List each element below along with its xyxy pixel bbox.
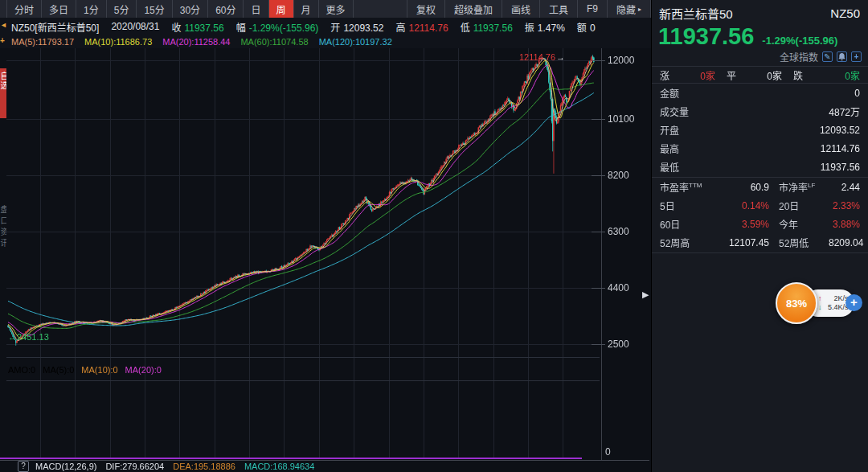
tab-15min[interactable]: 15分: [137, 0, 172, 18]
left-red-tab[interactable]: 自选: [0, 68, 6, 118]
amount-label: 额: [577, 23, 587, 34]
symbol-name: NZ50[新西兰标普50]: [11, 20, 99, 34]
close-label: 收: [171, 23, 181, 34]
high-row-value: 12114.76: [821, 143, 860, 154]
perf-ytd-label: 今年: [769, 217, 829, 231]
quote-info-bar: NZ50[新西兰标普50] 2020/08/31 收11937.56 幅-1.2…: [0, 18, 651, 35]
price-change: -1.29%(-155.96): [762, 35, 837, 47]
amplitude-field: 振1.47%: [525, 20, 565, 34]
globe-row: 全球指数 ✎ +: [652, 50, 868, 66]
tool-overlay[interactable]: 超级叠加: [445, 0, 502, 18]
high-label: 高: [395, 23, 405, 34]
amount-row-value: 0: [854, 88, 860, 99]
low-row: 最低11937.56: [652, 158, 868, 176]
perf-5d-20d-row: 5日 0.14% 20日 2.33%: [652, 196, 868, 215]
tab-1min[interactable]: 1分: [76, 0, 107, 18]
pb-value: 2.44: [829, 182, 860, 193]
up-arrow-icon: ↑: [818, 294, 822, 303]
main-chart-canvas[interactable]: [6, 48, 600, 458]
axis-label-8200: 8200: [608, 170, 629, 181]
week52-low-value: 8209.04: [829, 237, 863, 248]
tab-30min[interactable]: 30分: [173, 0, 208, 18]
volume-row-label: 成交量: [660, 105, 689, 118]
week52-high-value: 12107.45: [713, 237, 769, 248]
perf-60d-label: 60日: [660, 217, 713, 231]
macd-dea: DEA:195.18886: [173, 462, 235, 471]
tool-f9[interactable]: F9: [578, 0, 608, 18]
tab-more[interactable]: 更多: [319, 0, 354, 18]
tab-5min[interactable]: 5分: [107, 0, 137, 18]
download-speed: 5.4K/s: [825, 303, 849, 312]
axis-label-10100: 10100: [608, 113, 634, 125]
amplitude-value: 1.47%: [538, 23, 565, 34]
tool-adjust[interactable]: 复权: [407, 0, 445, 18]
alert-bell-icon[interactable]: [837, 51, 847, 62]
add-task-button[interactable]: +: [845, 294, 862, 311]
close-value: 11937.56: [184, 23, 223, 34]
amo-legend-bar: AMO:0 MA(5):0 MA(10):0 MA(20):0: [8, 361, 169, 378]
amo-ma10: MA(10):0: [81, 365, 117, 375]
pb-label: 市净率LF: [769, 180, 829, 194]
tab-weekly[interactable]: 周: [269, 0, 294, 18]
low-label: 低: [461, 23, 470, 34]
volume-row-value: 4872万: [829, 105, 860, 118]
perf-60d-ytd-row: 60日 3.59% 今年 3.88%: [652, 215, 868, 233]
decliners-label: 跌: [793, 68, 803, 82]
tab-monthly[interactable]: 月: [294, 0, 319, 18]
low-row-label: 最低: [660, 160, 679, 174]
high-field: 高12114.76: [395, 20, 448, 34]
high-annotation: 12114.76→: [519, 52, 565, 62]
panel-collapse-arrow-icon[interactable]: ▶: [642, 289, 649, 300]
globe-label[interactable]: 全球指数: [780, 50, 818, 64]
advance-decline-row: 涨0家 平0家 跌0家: [652, 66, 868, 84]
left-edge-strip: 自选 盘口资讯: [0, 48, 6, 461]
amo-ma5: MA(5):0: [43, 365, 74, 375]
panel-divider: [652, 252, 868, 253]
change-field: 幅-1.29%(-155.96): [236, 20, 319, 34]
add-icon[interactable]: +: [851, 51, 862, 62]
tool-drawline[interactable]: 画线: [502, 0, 540, 18]
high-annotation-arrow-icon: →: [556, 52, 565, 62]
tool-toolbox[interactable]: 工具: [540, 0, 578, 18]
amount-field: 额0: [577, 20, 596, 34]
axis-label-2500: 2500: [608, 339, 629, 350]
period-tabs: 分时 多日 1分 5分 15分 30分 60分 日 周 月 更多: [6, 0, 354, 18]
edit-icon[interactable]: ✎: [822, 51, 833, 62]
macd-value: MACD:168.94634: [244, 462, 314, 471]
open-field: 开12093.52: [330, 20, 383, 34]
tool-hide[interactable]: 隐藏▸: [608, 0, 651, 18]
amo-baseline: [0, 458, 582, 459]
left-dim-menu: 盘口资讯: [0, 205, 6, 398]
panel-code: NZ50: [830, 6, 860, 20]
perf-20d-label: 20日: [769, 199, 829, 212]
low-annotation: ←2451.13: [8, 332, 49, 342]
period-toolbar: 分时 多日 1分 5分 15分 30分 60分 日 周 月 更多 复权 超级叠加…: [0, 0, 651, 18]
trading-terminal-window: 分时 多日 1分 5分 15分 30分 60分 日 周 月 更多 复权 超级叠加…: [0, 0, 868, 472]
unchanged-value: 0家: [767, 68, 782, 82]
ma120-legend: MA(120):10197.32: [319, 37, 392, 47]
decliners-value: 0家: [845, 68, 860, 82]
price-bar: 11937.56 -1.29%(-155.96): [652, 22, 868, 50]
macd-title[interactable]: MACD(12,26,9): [35, 462, 96, 471]
open-row-label: 开盘: [660, 123, 679, 137]
amo-ma20: MA(20):0: [125, 365, 162, 375]
advancers: 涨0家: [660, 68, 727, 82]
amplitude-label: 振: [525, 23, 534, 34]
pe-pb-row: 市盈率TTM 60.9 市净率LF 2.44: [652, 178, 868, 196]
progress-badge[interactable]: 83%: [776, 282, 817, 324]
tab-60min[interactable]: 60分: [208, 0, 244, 18]
amo-axis-zero: 0: [605, 446, 611, 458]
tab-minute[interactable]: 分时: [7, 0, 42, 18]
panel-header: 新西兰标普50 NZ50: [652, 0, 868, 22]
week52-high-label: 52周高: [660, 236, 713, 249]
help-icon[interactable]: ?: [18, 461, 29, 472]
perf-5d-label: 5日: [660, 199, 713, 212]
tab-multiday[interactable]: 多日: [42, 0, 76, 18]
macd-dif: DIF:279.66204: [105, 462, 164, 471]
quote-date: 2020/08/31: [111, 21, 159, 32]
amo-value: AMO:0: [8, 365, 35, 375]
advancers-label: 涨: [660, 68, 669, 82]
last-price: 11937.56: [658, 23, 754, 50]
tab-daily[interactable]: 日: [244, 0, 268, 18]
ma20-legend: MA(20):11258.44: [162, 37, 230, 47]
